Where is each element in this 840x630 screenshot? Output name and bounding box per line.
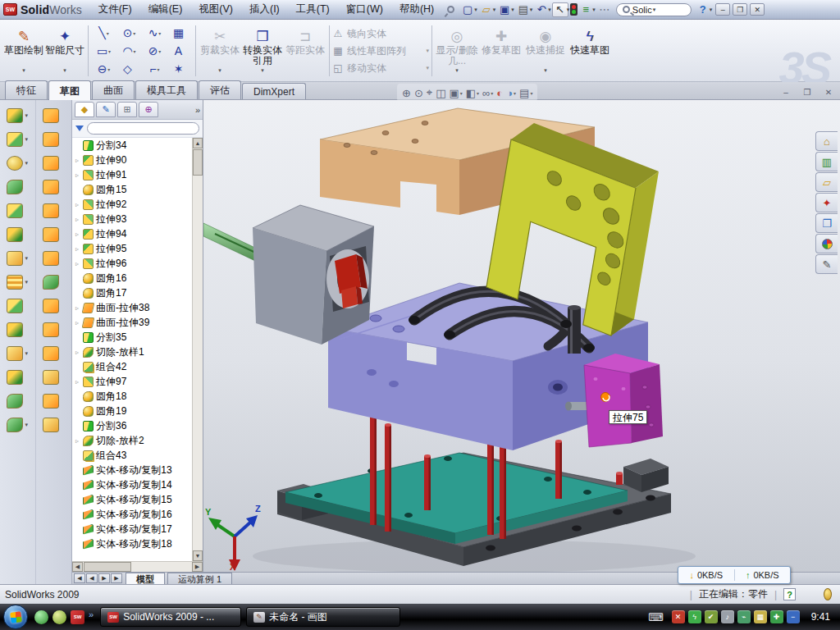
search-box[interactable]: Solic ▾ <box>616 3 692 16</box>
pattern-caret[interactable]: ▾ <box>426 48 429 54</box>
configuration-manager-tab[interactable]: ⊞ <box>117 102 137 117</box>
sketch-entity-button[interactable]: A▾ <box>167 42 193 60</box>
sketch-utility-button[interactable]: ϟ 快速草图 ▾ <box>568 22 612 80</box>
tray-icon[interactable]: ✔ <box>705 610 718 623</box>
print-icon[interactable]: ▤ <box>515 2 532 17</box>
save-icon[interactable]: ▣ <box>496 2 513 17</box>
menu-item[interactable]: 窗口(W) <box>345 1 385 18</box>
tray-icon[interactable]: − <box>787 610 800 623</box>
ribbon-tab[interactable]: DimXpert <box>242 83 306 99</box>
tree-vertical-scrollbar[interactable]: ▲ ▼ <box>192 138 203 561</box>
expand-arrow-icon[interactable]: ▹ <box>74 157 80 164</box>
sketch-utility-button[interactable]: ◎ 显示/删除几... ▾ <box>435 22 479 80</box>
toolbar-button[interactable]: ▾ <box>7 132 28 147</box>
custom-properties-icon[interactable]: ✎ <box>815 254 838 274</box>
toolbar-button[interactable]: ▾ <box>7 370 28 385</box>
rebuild-icon[interactable] <box>570 3 578 16</box>
pattern-caret[interactable]: ▾ <box>426 65 429 71</box>
language-keyboard-icon[interactable]: ⌨ <box>648 611 664 623</box>
ribbon-tab[interactable]: 评估 <box>199 80 241 99</box>
sketch-entity-button[interactable]: ∿▾ <box>142 24 167 42</box>
sketch-entity-button[interactable]: ▭▾ <box>91 42 116 60</box>
quick-launch-sphere-icon[interactable] <box>52 610 66 624</box>
toolbar-button[interactable]: ▾ <box>7 227 28 242</box>
tree-item[interactable]: ▹ 实体-移动/复制13 <box>74 463 192 477</box>
tree-item[interactable]: ▹ 实体-移动/复制16 <box>74 507 192 522</box>
toolbar-caret[interactable]: ▾ <box>25 160 28 167</box>
scrollbar-thumb[interactable] <box>193 149 203 176</box>
entity-caret[interactable]: ▾ <box>107 30 109 36</box>
pin-icon[interactable] <box>447 6 454 13</box>
utility-caret[interactable]: ▾ <box>455 67 459 74</box>
sketch-entity-button[interactable]: ◇▾ <box>116 60 142 78</box>
toolbar-button[interactable]: ▾ <box>43 132 64 147</box>
expand-arrow-icon[interactable]: ▹ <box>74 304 80 312</box>
property-manager-tab[interactable]: ✎ <box>96 102 116 117</box>
ribbon-tab[interactable]: 曲面 <box>92 80 135 99</box>
tree-item[interactable]: ▹ 圆角15 <box>74 182 192 197</box>
zoom-fit-icon[interactable]: ⊕ <box>402 87 411 99</box>
toolbar-caret[interactable]: ▾ <box>25 279 28 285</box>
entity-caret[interactable]: ▾ <box>158 48 161 54</box>
toolbar-caret[interactable]: ▾ <box>25 136 28 143</box>
sketch-entity-button[interactable]: ⊙▾ <box>116 24 142 42</box>
toolbox-icon[interactable]: ✦ <box>815 193 838 212</box>
tree-item[interactable]: ▹ 拉伸90 <box>74 153 192 167</box>
annotation-view-icon[interactable]: ▤▾ <box>519 87 532 99</box>
dimxpert-manager-tab[interactable]: ⊕ <box>139 102 158 117</box>
tree-item[interactable]: ▹ 实体-移动/复制14 <box>74 477 192 492</box>
print-caret[interactable]: ▾ <box>530 7 533 13</box>
tree-item[interactable]: ▹ 曲面-拉伸39 <box>74 315 192 330</box>
sketch-caret[interactable]: ▾ <box>22 67 25 74</box>
tree-item[interactable]: ▹ 圆角16 <box>74 271 192 285</box>
pattern-tool-button[interactable]: ▦ 线性草图阵列 ▾ <box>332 43 429 59</box>
pattern-tool-button[interactable]: ◱ 移动实体 ▾ <box>332 60 429 76</box>
new-document-icon[interactable]: ▢ <box>459 2 476 17</box>
ribbon-tab[interactable]: 特征 <box>5 80 48 99</box>
tree-item[interactable]: ▹ 拉伸92 <box>74 197 192 212</box>
toolbar-button[interactable]: ▾ <box>43 227 64 242</box>
resources-home-icon[interactable]: ⌂ <box>815 131 838 151</box>
expand-arrow-icon[interactable]: ▹ <box>74 171 80 179</box>
tree-item[interactable]: ▹ 切除-放样2 <box>74 433 192 448</box>
toolbar-button[interactable]: ▾ <box>43 370 64 385</box>
utility-caret[interactable]: ▾ <box>544 67 547 74</box>
tree-item[interactable]: ▹ 拉伸95 <box>74 241 192 256</box>
undo-caret[interactable]: ▾ <box>548 7 551 13</box>
tree-item[interactable]: ▹ 实体-移动/复制15 <box>74 492 192 507</box>
tree-item[interactable]: ▹ 拉伸93 <box>74 212 192 226</box>
menu-item[interactable]: 编辑(E) <box>147 1 185 18</box>
sketch-utility-button[interactable]: ✚ 修复草图 ▾ <box>479 22 523 80</box>
tool-caret[interactable]: ▾ <box>261 67 264 74</box>
sketch-tool-button[interactable]: ❒ 转换实体引用 ▾ <box>241 22 284 80</box>
select-caret[interactable]: ▾ <box>567 7 570 13</box>
tree-item[interactable]: ▹ 分割34 <box>74 138 192 153</box>
expand-arrow-icon[interactable]: ▹ <box>74 437 80 445</box>
toolbar-button[interactable]: ▾ <box>7 418 28 432</box>
options-caret[interactable]: ▾ <box>592 7 596 13</box>
tray-icon[interactable]: ✕ <box>672 610 685 623</box>
tree-item[interactable]: ▹ 组合43 <box>74 448 192 463</box>
menu-item[interactable]: 视图(V) <box>197 1 235 18</box>
toolbar-caret[interactable]: ▾ <box>25 112 28 119</box>
taskbar-clock[interactable]: 9:41 <box>811 611 830 623</box>
undo-icon[interactable]: ↶ <box>533 2 550 17</box>
help-icon[interactable]: ? <box>695 2 711 17</box>
nav-last-button[interactable]: ▶ <box>111 573 122 583</box>
sketch-entity-button[interactable]: ▦▾ <box>167 24 193 42</box>
options-icon[interactable]: ≡ <box>578 2 594 17</box>
quick-launch-chevron[interactable]: » <box>89 609 94 619</box>
expand-arrow-icon[interactable]: ▹ <box>74 216 80 223</box>
section-view-icon[interactable]: ◫ <box>436 87 445 99</box>
tray-icon[interactable]: ▦ <box>754 610 767 623</box>
tray-icon[interactable]: ϟ <box>688 610 701 623</box>
menu-item[interactable]: 帮助(H) <box>398 1 436 18</box>
document-tab[interactable]: 模型 <box>126 573 165 584</box>
toolbar-button[interactable]: ▾ <box>7 251 28 266</box>
document-tab[interactable]: 运动算例 1 <box>167 573 232 584</box>
view-orientation-icon[interactable]: ▣▾ <box>449 87 462 99</box>
search-input[interactable]: Solic <box>632 5 652 15</box>
sketch-entity-button[interactable]: ⊖▾ <box>91 60 116 78</box>
entity-caret[interactable]: ▾ <box>108 48 111 54</box>
save-caret[interactable]: ▾ <box>511 7 514 13</box>
